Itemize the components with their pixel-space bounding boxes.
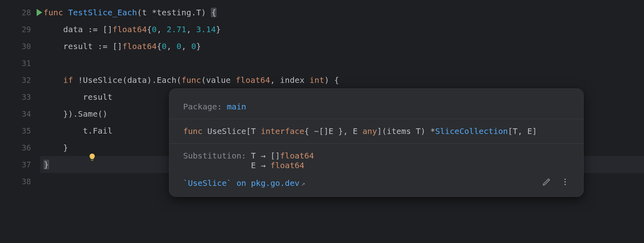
svg-point-0	[564, 179, 566, 180]
package-label: Package:	[183, 102, 227, 111]
line-number: 38	[22, 177, 31, 186]
token-number: 2.71	[167, 25, 186, 34]
edit-icon[interactable]	[542, 177, 551, 188]
svg-point-1	[564, 181, 566, 182]
code-line[interactable]: func TestSlice_Each(t *testing.T) {	[40, 4, 644, 21]
brace-highlight: {	[211, 8, 217, 17]
code-line[interactable]: if !UseSlice(data).Each(func(value float…	[40, 72, 644, 89]
gutter-line-38[interactable]: 38	[0, 173, 40, 190]
gutter-line-32[interactable]: 32	[0, 72, 40, 89]
token-number: 0	[177, 41, 182, 51]
external-link-icon: ↗	[301, 179, 305, 187]
token-number: 0	[191, 41, 196, 51]
line-number: 28	[22, 8, 31, 17]
signature: func UseSlice[T interface{ ~[]E }, E any…	[183, 123, 570, 139]
gutter-line-37[interactable]: 37	[0, 156, 40, 173]
token-number: 0	[152, 25, 157, 34]
token: data := []	[63, 25, 112, 34]
doc-external-link[interactable]: `UseSlice` on pkg.go.dev	[183, 178, 299, 188]
token-keyword: func	[182, 75, 201, 85]
gutter-line-31[interactable]: 31	[0, 55, 40, 72]
token-keyword: func	[43, 8, 68, 17]
documentation-popup[interactable]: Package: main func UseSlice[T interface{…	[169, 89, 584, 197]
token-type: float64	[122, 41, 157, 51]
token-func-call: Same	[78, 109, 98, 119]
gutter-line-28[interactable]: 28	[0, 4, 40, 21]
line-number: 29	[22, 25, 31, 34]
gutter-line-33[interactable]: 33	[0, 89, 40, 105]
gutter-line-35[interactable]: 35	[0, 122, 40, 139]
line-number: 32	[22, 76, 31, 84]
token-func-call: UseSlice	[83, 75, 122, 85]
gutter-line-34[interactable]: 34	[0, 105, 40, 122]
code-line[interactable]: data := []float64{0, 2.71, 3.14}	[40, 21, 644, 38]
token-func-name: TestSlice_Each	[68, 8, 137, 17]
gutter: 28 29 30 31 32 33 34 35 36 37 38	[0, 0, 40, 243]
token: result	[83, 92, 112, 102]
line-number: 37	[22, 160, 31, 169]
substitution-block: Substitution: T → []float64 E → float64	[183, 148, 570, 173]
line-number: 36	[22, 143, 31, 152]
token: (t *testing.T)	[137, 8, 211, 17]
line-number: 35	[22, 126, 31, 135]
token-keyword: if	[63, 75, 78, 85]
code-line[interactable]	[40, 55, 644, 72]
line-number: 31	[22, 59, 31, 68]
token-number: 3.14	[196, 25, 216, 34]
code-area[interactable]: func TestSlice_Each(t *testing.T) { data…	[40, 0, 644, 243]
token-func-call: Fail	[93, 126, 112, 136]
gutter-line-29[interactable]: 29	[0, 21, 40, 38]
intention-bulb-icon[interactable]	[48, 143, 57, 152]
token-func-call: Each	[157, 75, 177, 85]
token: result := []	[63, 41, 122, 51]
svg-point-2	[564, 184, 566, 185]
package-name[interactable]: main	[227, 102, 246, 111]
code-line[interactable]: result := []float64{0, 0, 0}	[40, 38, 644, 55]
line-number: 33	[22, 93, 31, 101]
token-number: 0	[162, 41, 167, 51]
gutter-line-30[interactable]: 30	[0, 38, 40, 55]
line-number: 34	[22, 109, 31, 118]
token-type: int	[310, 75, 324, 85]
token-type: float64	[235, 75, 270, 85]
token-type: float64	[112, 25, 147, 34]
more-icon[interactable]	[561, 177, 570, 188]
line-number: 30	[22, 42, 31, 51]
code-editor: 28 29 30 31 32 33 34 35 36 37 38 func Te…	[0, 0, 644, 243]
gutter-line-36[interactable]: 36	[0, 139, 40, 156]
